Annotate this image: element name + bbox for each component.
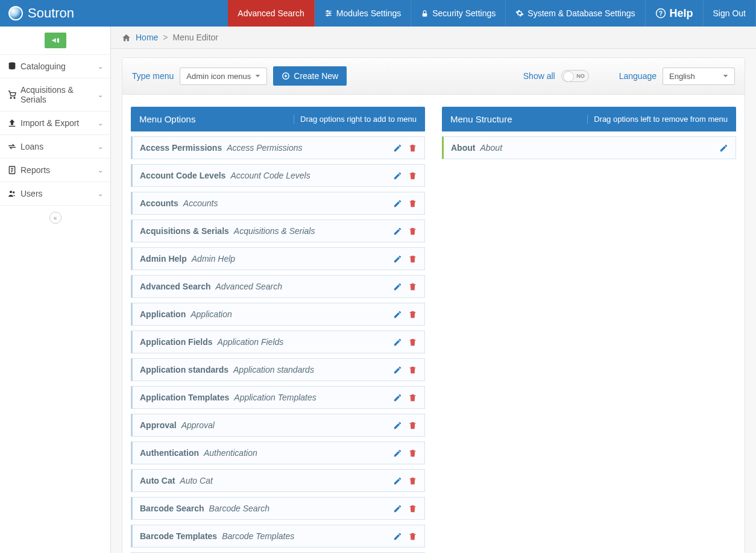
- create-new-button[interactable]: Create New: [273, 66, 347, 86]
- delete-button[interactable]: [408, 338, 417, 347]
- edit-button[interactable]: [393, 421, 402, 430]
- nav-advanced-search[interactable]: Advanced Search: [228, 0, 315, 27]
- edit-button[interactable]: [393, 449, 402, 458]
- trash-icon: [408, 254, 417, 264]
- pencil-icon: [393, 227, 402, 236]
- menu-row[interactable]: About About: [442, 136, 736, 159]
- menu-options-column: Menu Options Drag options right to add t…: [131, 107, 425, 553]
- edit-button[interactable]: [719, 144, 728, 153]
- sidebar-item[interactable]: Acquisitions & Serials⌄: [0, 78, 110, 112]
- svg-rect-12: [9, 126, 16, 127]
- delete-button[interactable]: [408, 282, 417, 291]
- edit-button[interactable]: [393, 310, 402, 319]
- svg-point-5: [327, 14, 328, 16]
- delete-button[interactable]: [408, 199, 417, 208]
- delete-button[interactable]: [408, 365, 417, 374]
- language-select[interactable]: English: [663, 68, 735, 85]
- svg-point-3: [327, 10, 328, 11]
- sidebar-top: [0, 27, 110, 55]
- edit-button[interactable]: [393, 532, 402, 541]
- edit-button[interactable]: [393, 504, 402, 513]
- chevron-down-icon: ⌄: [98, 63, 103, 71]
- edit-button[interactable]: [393, 365, 402, 374]
- menu-row-value: Accounts: [183, 198, 218, 208]
- delete-button[interactable]: [408, 254, 417, 264]
- edit-button[interactable]: [393, 171, 402, 180]
- sidebar-item-icon: [7, 90, 20, 100]
- trash-icon: [408, 282, 417, 291]
- menu-row-key: Auto Cat: [140, 476, 175, 485]
- breadcrumb-home[interactable]: Home: [136, 33, 158, 42]
- menu-row[interactable]: Approval Approval: [131, 414, 425, 437]
- type-menu-select[interactable]: Admin icon menus: [180, 68, 267, 85]
- menu-row-key: Application Templates: [140, 393, 229, 402]
- menu-row[interactable]: Barcode Search Barcode Search: [131, 497, 425, 520]
- trash-icon: [408, 504, 417, 513]
- bullhorn-icon: [51, 36, 60, 45]
- sidebar-item[interactable]: Reports⌄: [0, 159, 110, 182]
- sidebar-item[interactable]: Cataloguing⌄: [0, 55, 110, 78]
- brand-text: Soutron: [28, 5, 74, 21]
- breadcrumb-current: Menu Editor: [173, 33, 218, 42]
- edit-button[interactable]: [393, 338, 402, 347]
- edit-button[interactable]: [393, 393, 402, 402]
- menu-row[interactable]: Account Code Levels Account Code Levels: [131, 164, 425, 187]
- menu-row[interactable]: Application standards Application standa…: [131, 358, 425, 381]
- menu-row[interactable]: Authentication Authentication: [131, 441, 425, 464]
- menu-row-key: Application: [140, 309, 186, 319]
- chevron-down-icon: ⌄: [98, 91, 103, 99]
- menu-row-key: Admin Help: [140, 254, 187, 264]
- chevron-double-left-icon: «: [54, 215, 57, 221]
- menu-row[interactable]: Accounts Accounts: [131, 192, 425, 215]
- edit-button[interactable]: [393, 227, 402, 236]
- menu-row[interactable]: Application Fields Application Fields: [131, 330, 425, 353]
- menu-row-key: Accounts: [140, 198, 178, 208]
- delete-button[interactable]: [408, 449, 417, 458]
- menu-row[interactable]: Admin Help Admin Help: [131, 247, 425, 270]
- delete-button[interactable]: [408, 144, 417, 153]
- show-all-toggle[interactable]: NO: [561, 70, 589, 82]
- nav-security-settings[interactable]: Security Settings: [411, 0, 506, 27]
- nav-modules-settings[interactable]: Modules Settings: [315, 0, 411, 27]
- delete-button[interactable]: [408, 421, 417, 430]
- menu-row-value: Barcode Templates: [222, 531, 294, 541]
- delete-button[interactable]: [408, 476, 417, 485]
- sidebar-item[interactable]: Import & Export⌄: [0, 112, 110, 135]
- edit-button[interactable]: [393, 476, 402, 485]
- edit-button[interactable]: [393, 144, 402, 153]
- delete-button[interactable]: [408, 532, 417, 541]
- question-circle-icon: ?: [655, 8, 666, 19]
- menu-row[interactable]: Application Templates Application Templa…: [131, 386, 425, 409]
- menu-row-key: Barcode Templates: [140, 531, 217, 541]
- menu-row[interactable]: Auto Cat Auto Cat: [131, 469, 425, 492]
- sidebar-item[interactable]: Users⌄: [0, 182, 110, 206]
- delete-button[interactable]: [408, 227, 417, 236]
- trash-icon: [408, 421, 417, 430]
- pencil-icon: [393, 171, 402, 180]
- nav-modules-settings-label: Modules Settings: [336, 8, 401, 18]
- menu-row[interactable]: Access Permissions Access Permissions: [131, 136, 425, 159]
- edit-button[interactable]: [393, 282, 402, 291]
- home-icon: [122, 33, 131, 42]
- pencil-icon: [393, 504, 402, 513]
- menu-row-value: Acquisitions & Serials: [234, 226, 315, 236]
- delete-button[interactable]: [408, 504, 417, 513]
- nav-help[interactable]: ? Help: [646, 0, 704, 27]
- breadcrumb-sep: >: [163, 33, 168, 42]
- edit-button[interactable]: [393, 254, 402, 264]
- delete-button[interactable]: [408, 393, 417, 402]
- sidebar-item[interactable]: Loans⌄: [0, 135, 110, 159]
- collapse-button[interactable]: «: [49, 212, 61, 224]
- menu-row[interactable]: Advanced Search Advanced Search: [131, 275, 425, 298]
- edit-button[interactable]: [393, 199, 402, 208]
- menu-row[interactable]: Acquisitions & Serials Acquisitions & Se…: [131, 220, 425, 242]
- delete-button[interactable]: [408, 171, 417, 180]
- menu-row[interactable]: Barcode Templates Barcode Templates: [131, 525, 425, 548]
- menu-options-header: Menu Options Drag options right to add t…: [131, 107, 425, 131]
- nav-system-db-settings[interactable]: System & Database Settings: [506, 0, 645, 27]
- announce-button[interactable]: [45, 33, 66, 48]
- delete-button[interactable]: [408, 310, 417, 319]
- pencil-icon: [719, 144, 728, 153]
- menu-row[interactable]: Application Application: [131, 303, 425, 326]
- nav-sign-out[interactable]: Sign Out: [704, 0, 756, 27]
